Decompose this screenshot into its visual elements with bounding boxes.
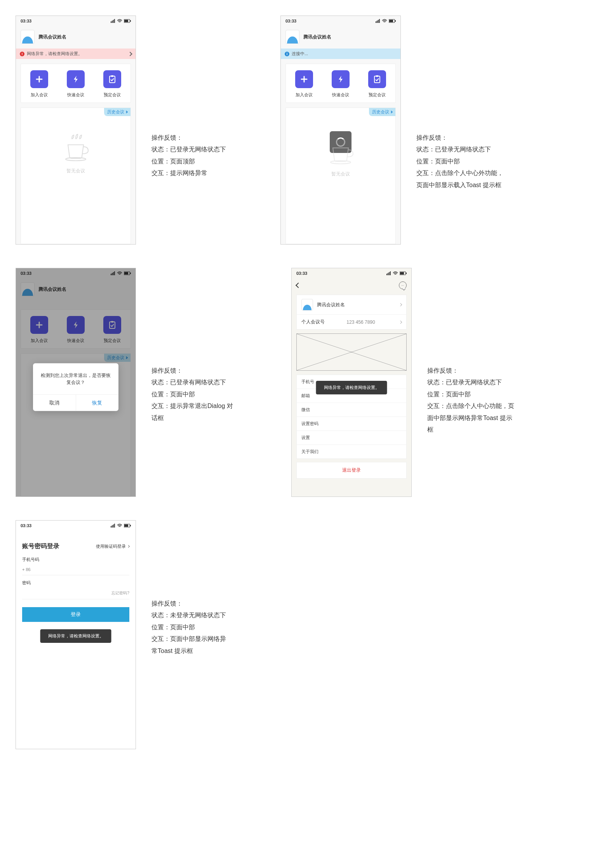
svg-rect-15 — [389, 20, 393, 22]
chat-icon[interactable]: ••• — [399, 281, 407, 289]
phone-input-row[interactable]: + 86 — [22, 565, 129, 575]
profile-card: 腾讯会议姓名 个人会议号 123 456 7890 — [296, 295, 407, 330]
quick-meeting-button[interactable]: 快速会议 — [332, 70, 350, 98]
chevron-right-icon — [127, 545, 130, 548]
list-item-setpwd[interactable]: 设置密码 — [297, 417, 406, 431]
history-badge[interactable]: 历史会议 — [369, 108, 395, 116]
svg-rect-11 — [377, 21, 378, 23]
svg-rect-13 — [379, 19, 380, 23]
alt-login-link[interactable]: 使用验证码登录 — [96, 543, 129, 549]
dialog-restore-button[interactable]: 恢复 — [76, 395, 119, 411]
battery-icon — [400, 271, 407, 275]
clipboard-check-icon — [108, 75, 117, 83]
svg-rect-30 — [388, 273, 388, 275]
status-icons — [386, 271, 407, 275]
wifi-icon — [117, 524, 122, 528]
empty-state-label: 暂无会议 — [66, 168, 85, 174]
svg-rect-7 — [110, 76, 115, 83]
signal-icon — [111, 19, 115, 23]
network-error-banner[interactable]: ! 网络异常，请检查网络设置。 — [16, 49, 136, 59]
forgot-password-link[interactable]: 忘记密码? — [111, 590, 129, 596]
connecting-banner[interactable]: i 连接中... — [281, 49, 400, 59]
svg-rect-6 — [130, 20, 131, 22]
description-1: 操作反馈： 状态：已登录无网络状态下 位置：页面顶部 交互：提示网络异常 — [151, 16, 226, 179]
empty-state-icon — [325, 146, 356, 167]
svg-rect-1 — [112, 21, 113, 23]
svg-rect-32 — [390, 271, 391, 275]
list-item-about[interactable]: 关于我们 — [297, 445, 406, 458]
history-badge[interactable]: 历史会议 — [104, 108, 130, 116]
svg-rect-29 — [386, 274, 387, 275]
status-time: 03:33 — [21, 19, 31, 23]
description-4: 操作反馈： 状态：已登录无网络状态下 位置：页面中部 交互：点击除个人中心功能，… — [427, 268, 517, 436]
password-field-group: 密码 忘记密码? — [16, 575, 136, 599]
network-error-toast: 网络异常，请检查网络设置。 — [316, 381, 387, 394]
banner-text: 网络异常，请检查网络设置。 — [27, 51, 82, 57]
screen-restore-dialog: 03:33 腾讯会议姓名 加入会议 快速会议 预定会议 — [16, 268, 136, 497]
description-5: 操作反馈： 状态：未登录无网络状态下 位置：页面中部 交互：页面中部显示网络异常… — [151, 520, 229, 657]
status-icons — [111, 19, 131, 23]
schedule-meeting-button[interactable]: 预定会议 — [368, 70, 386, 98]
status-bar: 03:33 — [281, 16, 400, 26]
status-time: 03:33 — [285, 19, 296, 23]
info-icon: i — [285, 52, 289, 56]
svg-rect-12 — [378, 20, 379, 23]
screen-network-error-banner: 03:33 腾讯会议姓名 ! 网络异常，请检查网络设置。 加入会议 快速会议 — [16, 16, 136, 245]
svg-rect-41 — [124, 524, 128, 527]
avatar — [301, 299, 313, 311]
svg-rect-36 — [111, 526, 111, 528]
dialog-message: 检测到您上次异常退出，是否要恢复会议？ — [33, 363, 118, 394]
battery-icon — [389, 19, 396, 23]
join-meeting-button[interactable]: 加入会议 — [30, 70, 48, 98]
status-icons — [111, 524, 131, 528]
login-button[interactable]: 登录 — [22, 607, 129, 622]
avatar[interactable] — [21, 30, 35, 44]
login-title: 账号密码登录 — [22, 542, 59, 550]
action-card: 加入会议 快速会议 预定会议 — [285, 64, 396, 103]
back-button[interactable] — [296, 283, 301, 288]
logout-button[interactable]: 退出登录 — [296, 462, 407, 479]
profile-name-row[interactable]: 腾讯会议姓名 — [297, 295, 406, 315]
chevron-right-icon — [399, 303, 402, 306]
battery-icon — [124, 524, 131, 528]
battery-icon — [124, 19, 131, 23]
country-code[interactable]: + 86 — [22, 567, 31, 572]
history-area: 历史会议 暂无会议 — [21, 108, 131, 244]
wifi-icon — [382, 19, 387, 23]
empty-state-label: 暂无会议 — [331, 171, 350, 177]
signal-icon — [111, 524, 115, 528]
quick-meeting-button[interactable]: 快速会议 — [67, 70, 85, 98]
list-item-settings[interactable]: 设置 — [297, 431, 406, 445]
dialog-cancel-button[interactable]: 取消 — [33, 395, 76, 411]
restore-dialog: 检测到您上次异常退出，是否要恢复会议？ 取消 恢复 — [33, 363, 118, 411]
svg-rect-16 — [395, 20, 396, 22]
wifi-icon — [117, 19, 122, 23]
signal-icon — [376, 19, 380, 23]
plus-icon — [300, 75, 308, 83]
empty-state-icon — [60, 131, 91, 164]
svg-rect-0 — [111, 21, 111, 23]
home-header: 腾讯会议姓名 — [16, 26, 136, 49]
list-item-wechat[interactable]: 微信 — [297, 403, 406, 417]
lightning-icon — [336, 75, 345, 83]
svg-rect-42 — [130, 525, 131, 526]
history-area: 历史会议 暂无会议 — [285, 108, 396, 244]
nav-bar: ••• — [292, 278, 411, 292]
meeting-id-row[interactable]: 个人会议号 123 456 7890 — [297, 315, 406, 329]
username-label: 腾讯会议姓名 — [38, 34, 66, 40]
status-bar: 03:33 — [292, 268, 411, 278]
avatar[interactable] — [285, 30, 299, 44]
join-meeting-button[interactable]: 加入会议 — [295, 70, 313, 98]
svg-rect-10 — [376, 21, 376, 23]
svg-rect-39 — [114, 524, 115, 528]
screen-login: 03:33 账号密码登录 使用验证码登录 手机号码 + 86 密码 — [16, 520, 136, 749]
status-time: 03:33 — [296, 271, 307, 276]
chevron-right-icon — [128, 52, 132, 56]
wifi-icon — [393, 271, 398, 275]
svg-rect-37 — [112, 525, 113, 528]
svg-rect-2 — [113, 20, 114, 23]
password-input-row[interactable]: 忘记密码? — [22, 588, 129, 599]
spinner-icon — [336, 137, 345, 147]
schedule-meeting-button[interactable]: 预定会议 — [103, 70, 121, 98]
status-bar: 03:33 — [16, 16, 136, 26]
